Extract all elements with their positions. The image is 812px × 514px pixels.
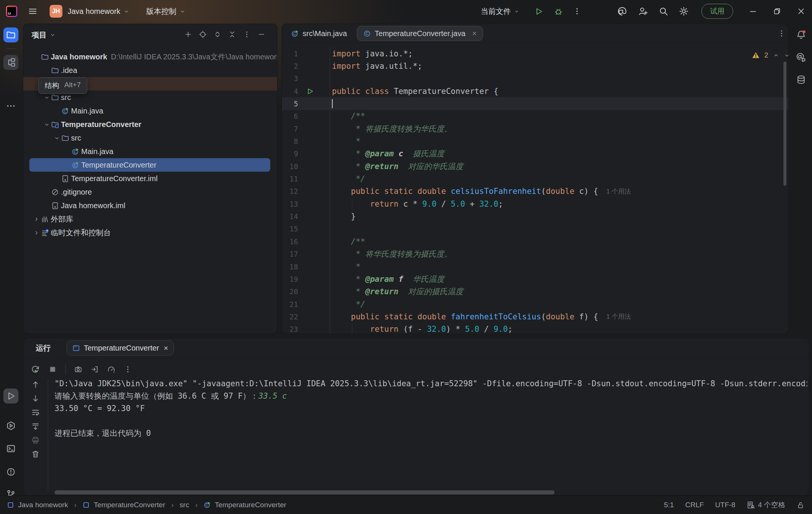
tree-chevron-icon[interactable] bbox=[42, 121, 51, 128]
tree-item-外部库[interactable]: 外部库 bbox=[23, 212, 277, 226]
project-add-icon[interactable] bbox=[184, 30, 192, 38]
code-line-20[interactable]: 20 * @return 对应的摄氏温度 bbox=[282, 286, 788, 298]
caret-position[interactable]: 5:1 bbox=[664, 501, 674, 509]
project-expand-all-icon[interactable] bbox=[214, 30, 221, 38]
tree-chevron-icon[interactable] bbox=[42, 94, 51, 101]
project-panel-title[interactable]: 项目 bbox=[32, 30, 47, 40]
tree-item-src[interactable]: src bbox=[23, 131, 277, 145]
run-config-selector[interactable]: 当前文件 bbox=[481, 6, 511, 17]
code-editor[interactable]: 1import java.io.*;2import java.util.*;34… bbox=[282, 47, 788, 334]
project-more-v-icon[interactable] bbox=[243, 30, 251, 38]
project-view-chevron-icon[interactable] bbox=[50, 32, 56, 38]
usages-inlay-hint[interactable]: 1 个用法 bbox=[606, 187, 631, 196]
tab-close-icon[interactable] bbox=[471, 30, 477, 36]
console-trash-icon[interactable] bbox=[31, 450, 40, 458]
stripe-database-icon[interactable] bbox=[794, 72, 809, 87]
tree-item-java-homework-iml[interactable]: Java homework.iml bbox=[23, 199, 277, 212]
gutter-run-icon[interactable] bbox=[298, 87, 321, 95]
console-arrow-up-icon[interactable] bbox=[31, 380, 40, 389]
editor-tab-temperatureconverter-java[interactable]: CTemperatureConverter.java bbox=[357, 26, 483, 41]
tree-item-temperatureconverter-iml[interactable]: TemperatureConverter.iml bbox=[23, 172, 277, 185]
code-line-14[interactable]: 14 } bbox=[282, 210, 788, 222]
run-console[interactable]: "D:\Java JDK25\bin\java.exe" "-javaagent… bbox=[55, 377, 807, 488]
project-collapse-all-icon[interactable] bbox=[228, 30, 236, 38]
tree-chevron-icon[interactable] bbox=[32, 230, 41, 236]
vcs-menu[interactable]: 版本控制 bbox=[146, 6, 176, 17]
console-soft-wrap-icon[interactable] bbox=[31, 408, 40, 417]
run-more-v-icon[interactable] bbox=[124, 365, 132, 373]
indent-setting[interactable]: 4 个空格 bbox=[747, 500, 785, 510]
tree-item-java-homework[interactable]: Java homeworkD:\IntelliJ IDEA 2025.3.3\J… bbox=[23, 50, 277, 63]
code-line-18[interactable]: 18 * bbox=[282, 260, 788, 273]
settings-gear-icon[interactable] bbox=[679, 6, 689, 16]
code-line-10[interactable]: 10 * @return 对应的华氏温度 bbox=[282, 160, 788, 172]
console-scrollbar[interactable] bbox=[55, 490, 554, 494]
editor-tab-src-main-java[interactable]: Csrc\Main.java bbox=[291, 29, 347, 38]
code-line-9[interactable]: 9 * @param c 摄氏温度 bbox=[282, 148, 788, 160]
code-line-16[interactable]: 16 /** bbox=[282, 235, 788, 248]
add-user-icon[interactable] bbox=[638, 6, 648, 16]
code-line-11[interactable]: 11 */ bbox=[282, 172, 788, 185]
run-tab-close-icon[interactable] bbox=[163, 345, 169, 351]
code-line-13[interactable]: 13 return c * 9.0 / 5.0 + 32.0; bbox=[282, 198, 788, 210]
lock-open-icon[interactable] bbox=[797, 501, 804, 509]
code-line-12[interactable]: 12 public static double celsiusToFahrenh… bbox=[282, 185, 788, 198]
run-rerun-icon[interactable] bbox=[31, 365, 40, 374]
code-line-23[interactable]: 23 return (f - 32.0) * 5.0 / 9.0; bbox=[282, 323, 788, 334]
stripe-more-icon[interactable] bbox=[3, 98, 18, 113]
code-line-17[interactable]: 17 * 将华氏度转换为摄氏度。 bbox=[282, 248, 788, 260]
more-actions-icon[interactable] bbox=[573, 7, 581, 15]
main-menu-icon[interactable] bbox=[28, 6, 38, 16]
tree-item-idea[interactable]: .idea bbox=[23, 63, 277, 77]
run-config-chevron-icon[interactable] bbox=[514, 9, 520, 14]
stripe-run-icon[interactable] bbox=[3, 389, 18, 404]
window-minimize-icon[interactable] bbox=[749, 7, 757, 15]
stripe-terminal-icon[interactable] bbox=[3, 441, 18, 456]
project-chevron-icon[interactable] bbox=[123, 8, 130, 15]
project-avatar[interactable]: JH bbox=[50, 5, 62, 18]
editor-scrollbar[interactable] bbox=[783, 62, 786, 186]
run-button[interactable] bbox=[534, 7, 543, 16]
breadcrumb-src[interactable]: src bbox=[180, 501, 189, 509]
code-line-3[interactable]: 3 bbox=[282, 73, 788, 85]
editor-options-icon[interactable] bbox=[777, 29, 786, 38]
run-profiler-icon[interactable] bbox=[107, 365, 115, 373]
code-line-19[interactable]: 19 * @param f 华氏温度 bbox=[282, 273, 788, 285]
stripe-project-folder-icon[interactable] bbox=[3, 27, 18, 42]
usages-inlay-hint[interactable]: 1 个用法 bbox=[606, 312, 631, 321]
console-arrow-down-icon[interactable] bbox=[31, 394, 40, 403]
console-scroll-end-icon[interactable] bbox=[31, 422, 40, 431]
breadcrumb-temperatureconverter[interactable]: CTemperatureConverter bbox=[203, 501, 286, 509]
code-line-5[interactable]: 5 bbox=[282, 97, 788, 110]
stripe-problems-icon[interactable] bbox=[3, 464, 18, 479]
code-line-6[interactable]: 6 /** bbox=[282, 110, 788, 122]
stripe-notifications-icon[interactable] bbox=[794, 27, 809, 42]
tree-item-temperatureconverter[interactable]: TemperatureConverter bbox=[23, 118, 277, 131]
stripe-ai-chat-icon[interactable] bbox=[794, 50, 809, 65]
console-printer-icon[interactable] bbox=[31, 436, 40, 444]
line-ending[interactable]: CRLF bbox=[685, 501, 704, 509]
run-stop-icon[interactable] bbox=[48, 365, 57, 374]
project-hide-icon[interactable] bbox=[258, 30, 265, 38]
run-camera-icon[interactable] bbox=[74, 365, 82, 373]
code-line-22[interactable]: 22 public static double fahrenheitToCels… bbox=[282, 310, 788, 323]
code-line-4[interactable]: 4public class TemperatureConverter { bbox=[282, 85, 788, 97]
tree-chevron-icon[interactable] bbox=[32, 216, 41, 222]
vcs-chevron-icon[interactable] bbox=[179, 8, 186, 15]
trial-button[interactable]: 试用 bbox=[701, 4, 733, 19]
breadcrumb-temperatureconverter[interactable]: TemperatureConverter bbox=[82, 501, 165, 509]
code-line-8[interactable]: 8 * bbox=[282, 135, 788, 147]
file-encoding[interactable]: UTF-8 bbox=[715, 501, 735, 509]
run-tab[interactable]: TemperatureConverter bbox=[67, 340, 174, 355]
breadcrumb-java-homework[interactable]: Java homework bbox=[7, 501, 68, 509]
window-maximize-icon[interactable] bbox=[773, 7, 781, 15]
window-close-icon[interactable] bbox=[797, 7, 805, 15]
project-name[interactable]: Java homework bbox=[68, 7, 120, 16]
search-icon[interactable] bbox=[659, 6, 668, 16]
code-line-21[interactable]: 21 */ bbox=[282, 298, 788, 310]
tree-chevron-icon[interactable] bbox=[52, 135, 61, 141]
run-attach-icon[interactable] bbox=[91, 365, 99, 373]
code-line-1[interactable]: 1import java.io.*; bbox=[282, 47, 788, 60]
code-line-7[interactable]: 7 * 将摄氏度转换为华氏度。 bbox=[282, 122, 788, 135]
code-line-15[interactable]: 15 bbox=[282, 223, 788, 235]
